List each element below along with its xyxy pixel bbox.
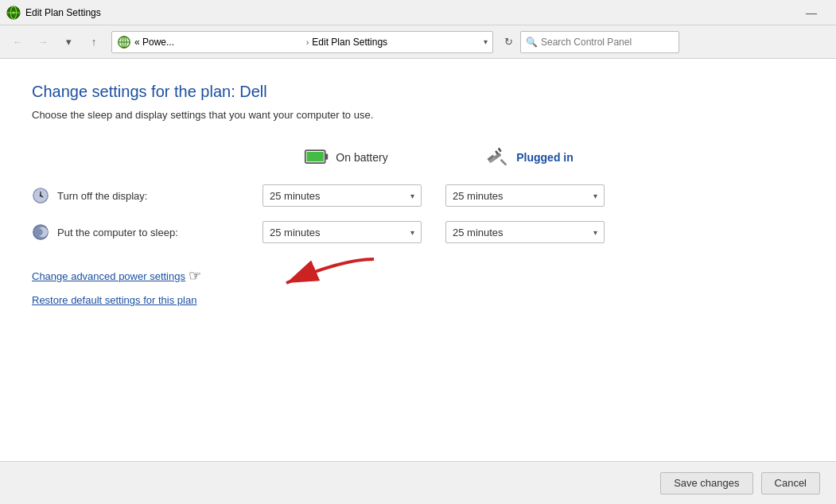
battery-column-label: On battery (336, 151, 387, 164)
sleep-battery-value: 25 minutes (270, 227, 321, 238)
advanced-power-settings-link[interactable]: Change advanced power settings (32, 270, 185, 282)
app-icon (6, 6, 21, 20)
display-plugged-dropdown-arrow-icon: ▾ (593, 192, 597, 200)
display-battery-value: 25 minutes (270, 190, 321, 202)
globe-icon (117, 35, 131, 49)
display-setting-label: Turn off the display: (57, 190, 147, 202)
address-dropdown-icon[interactable]: ▾ (484, 37, 488, 46)
sleep-plugged-dropdown-cell: 25 minutes ▾ (437, 221, 620, 243)
hand-cursor-icon: ☞ (189, 267, 201, 285)
svg-rect-14 (498, 148, 502, 153)
plugged-column-header: Plugged in (437, 145, 620, 170)
svg-line-15 (502, 161, 506, 165)
sleep-plugged-dropdown[interactable]: 25 minutes ▾ (445, 221, 605, 243)
sleep-moon-icon (32, 223, 49, 241)
display-clock-icon (32, 187, 49, 204)
save-changes-button[interactable]: Save changes (660, 472, 752, 494)
page-title: Change settings for the plan: Dell (32, 83, 804, 101)
dropdown-history-button[interactable]: ▾ (57, 31, 80, 53)
svg-point-21 (40, 195, 42, 197)
plugged-column-label: Plugged in (516, 151, 574, 164)
back-icon: ← (13, 36, 23, 48)
main-content: Change settings for the plan: Dell Choos… (0, 59, 836, 461)
plug-icon (484, 145, 510, 170)
restore-defaults-link[interactable]: Restore default settings for this plan (32, 294, 196, 306)
up-icon: ↑ (91, 36, 97, 48)
forward-button[interactable]: → (32, 31, 54, 53)
cancel-button[interactable]: Cancel (761, 472, 820, 494)
sleep-plugged-dropdown-arrow-icon: ▾ (593, 228, 597, 237)
sleep-battery-dropdown-cell: 25 minutes ▾ (255, 221, 437, 243)
refresh-icon: ↻ (504, 36, 513, 48)
display-battery-dropdown-arrow-icon: ▾ (410, 192, 414, 200)
minimize-button[interactable]: — (793, 0, 830, 25)
search-box[interactable]: 🔍 (520, 31, 679, 53)
display-setting-label-cell: Turn off the display: (32, 187, 255, 204)
sleep-plugged-value: 25 minutes (453, 227, 504, 238)
title-bar: Edit Plan Settings — (0, 0, 836, 25)
forward-icon: → (38, 36, 49, 48)
address-current: Edit Plan Settings (312, 37, 480, 48)
display-plugged-dropdown[interactable]: 25 minutes ▾ (445, 184, 605, 207)
battery-icon (304, 145, 329, 170)
search-icon: 🔍 (526, 37, 538, 48)
back-button[interactable]: ← (6, 31, 29, 53)
settings-grid: On battery Plugged in Turn off the dis (32, 145, 804, 243)
chevron-down-icon: ▾ (66, 36, 72, 48)
address-bar[interactable]: « Powe... › Edit Plan Settings ▾ (111, 31, 493, 53)
battery-column-header: On battery (255, 145, 437, 170)
title-bar-left: Edit Plan Settings (6, 6, 101, 20)
svg-point-3 (12, 11, 15, 14)
bottom-bar: Save changes Cancel (0, 461, 836, 504)
display-plugged-dropdown-cell: 25 minutes ▾ (437, 184, 620, 207)
svg-rect-11 (307, 152, 324, 161)
display-battery-dropdown[interactable]: 25 minutes ▾ (262, 184, 422, 207)
navigation-bar: ← → ▾ ↑ « Powe... › Edit Plan Settings ▾… (0, 25, 836, 59)
window-title: Edit Plan Settings (25, 7, 101, 18)
display-plugged-value: 25 minutes (453, 190, 504, 202)
red-arrow-annotation (223, 251, 382, 299)
links-section: Change advanced power settings ☞ Restore… (32, 267, 804, 306)
refresh-button[interactable]: ↻ (500, 33, 517, 51)
address-separator: › (306, 37, 309, 47)
sleep-battery-dropdown[interactable]: 25 minutes ▾ (262, 221, 422, 243)
page-subtitle: Choose the sleep and display settings th… (32, 109, 804, 121)
title-bar-controls: — (793, 0, 830, 25)
svg-rect-10 (325, 154, 329, 160)
display-battery-dropdown-cell: 25 minutes ▾ (255, 184, 437, 207)
sleep-battery-dropdown-arrow-icon: ▾ (410, 228, 414, 237)
sleep-setting-label: Put the computer to sleep: (57, 227, 178, 238)
search-input[interactable] (541, 37, 674, 48)
sleep-setting-label-cell: Put the computer to sleep: (32, 223, 255, 241)
address-prefix: « Powe... (134, 37, 303, 48)
up-button[interactable]: ↑ (83, 31, 105, 53)
